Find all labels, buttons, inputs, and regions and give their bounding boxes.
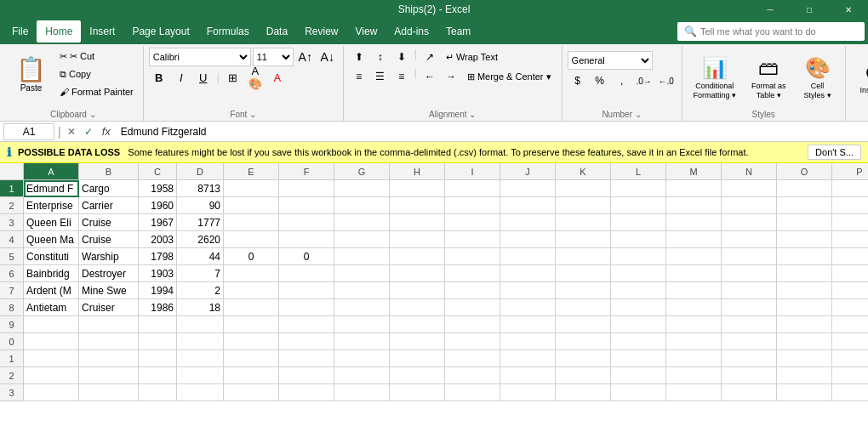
cell-h4[interactable] [390,231,445,248]
cell-p7[interactable] [832,282,868,299]
comma-button[interactable]: , [612,71,632,90]
cell-e2[interactable] [224,197,279,214]
cell-a4[interactable]: Queen Ma [24,231,79,248]
cell-o1[interactable] [777,180,832,197]
cell-c3[interactable]: 1967 [139,214,177,231]
row-header-13[interactable]: 3 [0,384,23,401]
cell-o12[interactable] [777,367,832,384]
cell-g10[interactable] [334,333,390,350]
align-center-button[interactable]: ☰ [370,67,391,86]
cell-p3[interactable] [832,214,868,231]
cell-j13[interactable] [500,384,556,401]
cell-f1[interactable] [279,180,334,197]
cell-g7[interactable] [334,282,390,299]
cell-l2[interactable] [611,197,666,214]
cell-b7[interactable]: Mine Swe [79,282,139,299]
cell-a11[interactable] [24,350,79,367]
cell-c5[interactable]: 1798 [139,248,177,265]
cell-l13[interactable] [611,384,666,401]
increase-font-button[interactable]: A↑ [295,48,316,66]
decrease-indent-button[interactable]: ← [420,67,440,86]
cell-j6[interactable] [500,265,556,282]
menu-page-layout[interactable]: Page Layout [123,20,197,43]
cell-k6[interactable] [556,265,611,282]
cell-j3[interactable] [500,214,556,231]
cell-h1[interactable] [390,180,445,197]
close-button[interactable]: ✕ [829,0,868,19]
cell-d13[interactable] [177,384,224,401]
wrap-text-button[interactable]: ↵ Wrap Text [441,48,503,66]
cell-n9[interactable] [722,316,777,333]
col-header-p[interactable]: P [832,163,868,179]
cell-m1[interactable] [666,180,722,197]
cell-c10[interactable] [139,333,177,350]
cell-l5[interactable] [611,248,666,265]
col-header-d[interactable]: D [177,163,224,179]
cell-f6[interactable] [279,265,334,282]
cell-k4[interactable] [556,231,611,248]
cell-g8[interactable] [334,299,390,316]
col-header-b[interactable]: B [79,163,139,179]
cell-l6[interactable] [611,265,666,282]
insert-button[interactable]: ⊕ Insert ▾ [851,52,868,105]
cell-g9[interactable] [334,316,390,333]
cell-k13[interactable] [556,384,611,401]
format-painter-button[interactable]: 🖌 Format Painter [55,83,138,100]
cell-o11[interactable] [777,350,832,367]
cell-n6[interactable] [722,265,777,282]
cell-f11[interactable] [279,350,334,367]
cell-h2[interactable] [390,197,445,214]
row-header-5[interactable]: 5 [0,248,23,265]
cell-e10[interactable] [224,333,279,350]
cell-i7[interactable] [445,282,500,299]
decrease-font-button[interactable]: A↓ [317,48,338,66]
cell-c4[interactable]: 2003 [139,231,177,248]
border-button[interactable]: ⊞ [223,68,243,87]
cell-j4[interactable] [500,231,556,248]
cell-n4[interactable] [722,231,777,248]
menu-addins[interactable]: Add-ins [385,20,437,43]
cancel-formula-icon[interactable]: ✕ [65,126,78,138]
format-as-table-button[interactable]: 🗃 Format asTable ▾ [745,52,792,105]
cell-m8[interactable] [666,299,722,316]
cell-p10[interactable] [832,333,868,350]
cell-e9[interactable] [224,316,279,333]
row-header-10[interactable]: 0 [0,333,23,350]
cell-l11[interactable] [611,350,666,367]
cell-e3[interactable] [224,214,279,231]
increase-indent-button[interactable]: → [441,67,461,86]
cell-c7[interactable]: 1994 [139,282,177,299]
col-header-m[interactable]: M [666,163,722,179]
increase-decimal-button[interactable]: ←.0 [656,71,677,90]
cell-m10[interactable] [666,333,722,350]
cell-d9[interactable] [177,316,224,333]
menu-team[interactable]: Team [437,20,479,43]
cell-b8[interactable]: Cruiser [79,299,139,316]
paste-button[interactable]: 📋 Paste [9,48,54,100]
cell-m5[interactable] [666,248,722,265]
cell-p4[interactable] [832,231,868,248]
cell-p2[interactable] [832,197,868,214]
italic-button[interactable]: I [171,68,191,87]
cell-b5[interactable]: Warship [79,248,139,265]
cell-n11[interactable] [722,350,777,367]
cell-f3[interactable] [279,214,334,231]
align-right-button[interactable]: ≡ [391,67,412,86]
cell-a3[interactable]: Queen Eli [24,214,79,231]
cell-i12[interactable] [445,367,500,384]
cell-o9[interactable] [777,316,832,333]
cell-d6[interactable]: 7 [177,265,224,282]
cell-k1[interactable] [556,180,611,197]
menu-view[interactable]: View [347,20,386,43]
cell-p6[interactable] [832,265,868,282]
menu-insert[interactable]: Insert [81,20,123,43]
cell-f7[interactable] [279,282,334,299]
cell-i9[interactable] [445,316,500,333]
row-header-9[interactable]: 9 [0,316,23,333]
cell-o7[interactable] [777,282,832,299]
cell-m2[interactable] [666,197,722,214]
number-format-select[interactable]: General [568,51,653,70]
cell-i11[interactable] [445,350,500,367]
cell-k2[interactable] [556,197,611,214]
dont-save-button[interactable]: Don't S... [808,145,861,160]
